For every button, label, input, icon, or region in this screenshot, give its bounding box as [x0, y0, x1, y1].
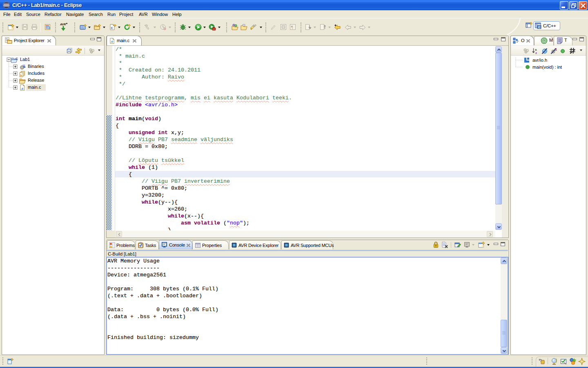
svg-text:c: c — [111, 26, 113, 30]
svg-text:010: 010 — [46, 27, 50, 29]
svg-text:h: h — [20, 74, 22, 77]
svg-text:AVR: AVR — [60, 23, 66, 26]
svg-text:C: C — [16, 57, 18, 61]
svg-text:C: C — [81, 26, 84, 30]
svg-text:¶: ¶ — [291, 25, 293, 29]
svg-text:.c: .c — [111, 40, 113, 43]
svg-text:z: z — [535, 51, 537, 54]
svg-text:C: C — [538, 26, 540, 29]
svg-text:.c: .c — [21, 87, 24, 90]
